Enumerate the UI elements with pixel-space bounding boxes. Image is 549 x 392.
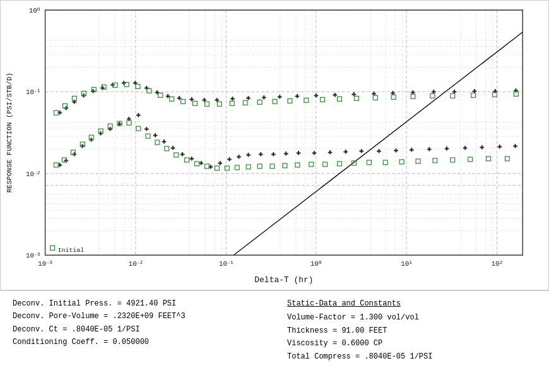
plus-marker: + — [411, 88, 415, 97]
chart-area: + + + + + + + + + + + + + + + + + + + + — [0, 0, 549, 290]
plus-marker: + — [259, 150, 263, 158]
plus-marker: + — [108, 125, 112, 133]
plus-marker: + — [372, 90, 376, 98]
main-container: + + + + + + + + + + + + + + + + + + + + — [0, 0, 549, 392]
total-compress: Total Compress = .8040E-05 1/PSI — [287, 350, 536, 363]
plus-marker: + — [262, 93, 266, 102]
plus-marker: + — [227, 155, 232, 163]
plus-marker: + — [513, 142, 517, 150]
plus-marker: + — [246, 151, 251, 159]
plus-marker: + — [312, 149, 317, 157]
conditioning-coeff: Conditioning Coeff. = 0.050000 — [13, 336, 262, 348]
plus-marker: + — [145, 125, 149, 133]
plus-marker: + — [297, 149, 301, 157]
deconv-initial-press: Deconv. Initial Press. = 4921.40 PSI — [13, 297, 262, 310]
x-axis-label: Delta-T (hr) — [254, 275, 313, 285]
plus-marker: + — [473, 87, 477, 95]
plus-marker: + — [199, 159, 204, 167]
info-right: Static-Data and Constants Volume-Factor … — [287, 297, 536, 386]
plus-marker: + — [514, 86, 518, 95]
svg-rect-2 — [45, 10, 523, 255]
plus-marker: + — [153, 131, 158, 140]
plus-marker: + — [432, 88, 436, 96]
plus-marker: + — [100, 84, 105, 92]
plus-marker: + — [333, 91, 338, 99]
plus-marker: + — [463, 144, 468, 152]
volume-factor: Volume-Factor = 1.300 vol/vol — [287, 311, 536, 324]
plus-marker: + — [284, 150, 288, 158]
viscosity: Viscosity = 0.6000 CP — [287, 337, 536, 350]
plus-marker: + — [136, 111, 141, 119]
plus-marker: + — [394, 146, 398, 155]
plus-marker: + — [237, 153, 241, 161]
plus-marker: + — [190, 155, 194, 163]
deconv-pore-volume: Deconv. Pore-Volume = .2320E+09 FEET^3 — [13, 310, 262, 323]
static-data-title: Static-Data and Constants — [287, 297, 536, 310]
info-area: Deconv. Initial Press. = 4921.40 PSI Dec… — [0, 290, 549, 392]
plus-marker: + — [72, 98, 76, 106]
plus-marker: + — [445, 145, 449, 153]
plus-marker: + — [246, 94, 251, 102]
plus-marker: + — [359, 147, 363, 155]
plus-marker: + — [344, 148, 348, 156]
plus-marker: + — [271, 150, 276, 158]
plus-marker: + — [278, 93, 282, 101]
legend-label: Initial — [57, 247, 84, 254]
plus-marker: + — [162, 138, 167, 146]
plus-marker: + — [328, 148, 333, 157]
y-axis-label: RESPONSE FUNCTION (PSI/STB/D) — [6, 73, 13, 193]
thickness: Thickness = 91.00 FEET — [287, 324, 536, 337]
plus-marker: + — [295, 92, 300, 100]
plus-marker: + — [497, 143, 502, 151]
plus-marker: + — [480, 143, 485, 151]
plus-marker: + — [427, 145, 432, 153]
deconv-ct: Deconv. Ct = .8040E-05 1/PSI — [13, 323, 262, 336]
plus-marker: + — [314, 92, 319, 100]
plus-marker: + — [377, 147, 381, 155]
plus-marker: + — [180, 150, 185, 158]
info-left: Deconv. Initial Press. = 4921.40 PSI Dec… — [13, 297, 262, 386]
plus-marker: + — [171, 144, 175, 152]
plus-marker: + — [127, 115, 131, 123]
chart-svg: + + + + + + + + + + + + + + + + + + + + — [1, 1, 548, 290]
plus-marker: + — [410, 146, 414, 154]
plus-marker: + — [190, 95, 194, 104]
